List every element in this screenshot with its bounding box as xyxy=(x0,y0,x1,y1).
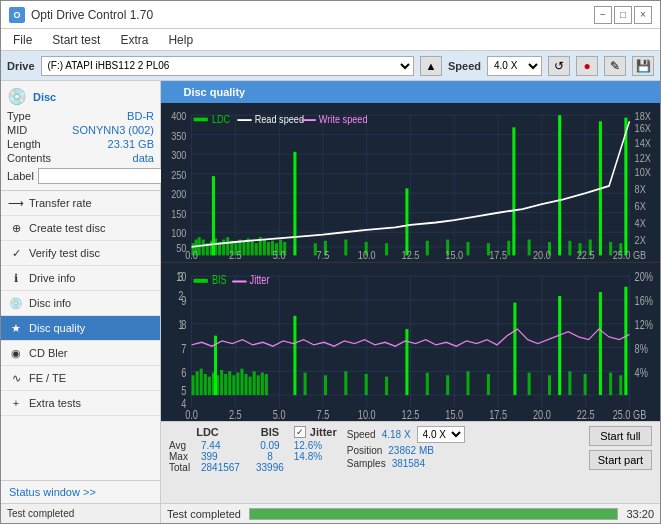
drive-info-icon: ℹ xyxy=(9,271,23,285)
close-button[interactable]: × xyxy=(634,6,652,24)
nav-section: ⟶ Transfer rate ⊕ Create test disc ✓ Ver… xyxy=(1,191,160,503)
status-window-link[interactable]: Status window >> xyxy=(1,480,160,503)
mid-val: SONYNN3 (002) xyxy=(72,124,154,136)
bis-stats: BIS 0.09 8 33996 xyxy=(256,426,284,473)
samples-label: Samples xyxy=(347,458,386,469)
svg-text:7: 7 xyxy=(181,341,186,354)
read-button[interactable]: ● xyxy=(576,56,598,76)
start-full-button[interactable]: Start full xyxy=(589,426,652,446)
speed-stat-select[interactable]: 4.0 X xyxy=(417,426,465,443)
bottom-status-text: Test completed xyxy=(167,508,241,520)
svg-rect-135 xyxy=(253,371,256,395)
svg-rect-120 xyxy=(192,375,195,395)
svg-rect-147 xyxy=(324,375,327,395)
svg-rect-23 xyxy=(202,240,205,256)
svg-text:22.5: 22.5 xyxy=(577,249,595,261)
menu-extra[interactable]: Extra xyxy=(116,31,152,49)
write-button[interactable]: ✎ xyxy=(604,56,626,76)
verify-test-disc-icon: ✓ xyxy=(9,246,23,260)
nav-extra-tests[interactable]: + Extra tests xyxy=(1,391,160,416)
nav-drive-info-label: Drive info xyxy=(29,272,75,284)
svg-text:8X: 8X xyxy=(635,183,646,195)
disc-info-icon: 💿 xyxy=(9,296,23,310)
svg-rect-136 xyxy=(257,375,260,395)
start-part-button[interactable]: Start part xyxy=(589,450,652,470)
nav-disc-info[interactable]: 💿 Disc info xyxy=(1,291,160,316)
chart-header: ● Disc quality xyxy=(161,81,660,103)
svg-rect-137 xyxy=(261,372,264,394)
top-chart: 400 350 300 250 200 150 100 50 18X 16X 1… xyxy=(161,103,660,263)
svg-rect-145 xyxy=(265,373,268,394)
svg-text:16%: 16% xyxy=(635,294,654,307)
ldc-stats: LDC Avg 7.44 Max 399 Total 2841567 xyxy=(169,426,246,473)
position-label: Position xyxy=(347,445,383,456)
svg-text:150: 150 xyxy=(171,208,187,220)
bottom-time: 33:20 xyxy=(626,508,654,520)
svg-rect-134 xyxy=(249,376,252,394)
refresh-button[interactable]: ↺ xyxy=(548,56,570,76)
svg-rect-141 xyxy=(513,302,516,394)
svg-text:25.0 GB: 25.0 GB xyxy=(613,407,647,420)
disc-section: 💿 Disc Type BD-R MID SONYNN3 (002) Lengt… xyxy=(1,81,160,191)
eject-button[interactable]: ▲ xyxy=(420,56,442,76)
save-button[interactable]: 💾 xyxy=(632,56,654,76)
app-title: Opti Drive Control 1.70 xyxy=(31,8,153,22)
type-key: Type xyxy=(7,110,31,122)
svg-rect-127 xyxy=(220,369,223,394)
svg-text:12%: 12% xyxy=(635,317,654,330)
drive-select[interactable]: (F:) ATAPI iHBS112 2 PL06 xyxy=(41,56,414,76)
nav-verify-test-disc-label: Verify test disc xyxy=(29,247,100,259)
bottom-bar: Test completed 33:20 xyxy=(161,503,660,523)
bottom-progress-fill xyxy=(250,509,617,519)
nav-disc-quality[interactable]: ★ Disc quality xyxy=(1,316,160,341)
jitter-checkbox[interactable]: ✓ xyxy=(294,426,306,438)
label-input[interactable] xyxy=(38,168,171,184)
max-label: Max xyxy=(169,451,197,462)
speed-select[interactable]: 4.0 X xyxy=(487,56,542,76)
nav-create-test-disc[interactable]: ⊕ Create test disc xyxy=(1,216,160,241)
svg-text:3: 3 xyxy=(178,270,183,283)
svg-rect-187 xyxy=(194,278,208,282)
nav-drive-info[interactable]: ℹ Drive info xyxy=(1,266,160,291)
chart-title: Disc quality xyxy=(183,86,245,98)
svg-text:400: 400 xyxy=(171,110,187,122)
nav-verify-test-disc[interactable]: ✓ Verify test disc xyxy=(1,241,160,266)
nav-transfer-rate-label: Transfer rate xyxy=(29,197,92,209)
nav-fe-te[interactable]: ∿ FE / TE xyxy=(1,366,160,391)
nav-transfer-rate[interactable]: ⟶ Transfer rate xyxy=(1,191,160,216)
minimize-button[interactable]: − xyxy=(594,6,612,24)
menu-start-test[interactable]: Start test xyxy=(48,31,104,49)
svg-text:20.0: 20.0 xyxy=(533,407,551,420)
jitter-stats: ✓ Jitter 12.6% 14.8% xyxy=(294,426,337,462)
svg-text:0.0: 0.0 xyxy=(185,249,198,261)
svg-rect-158 xyxy=(584,373,587,394)
svg-text:20%: 20% xyxy=(635,270,654,283)
svg-text:5.0: 5.0 xyxy=(273,407,286,420)
svg-text:Jitter: Jitter xyxy=(250,272,270,285)
fe-te-icon: ∿ xyxy=(9,371,23,385)
menu-help[interactable]: Help xyxy=(164,31,197,49)
svg-text:2: 2 xyxy=(178,288,183,301)
menu-file[interactable]: File xyxy=(9,31,36,49)
maximize-button[interactable]: □ xyxy=(614,6,632,24)
svg-text:12.5: 12.5 xyxy=(402,407,420,420)
svg-text:8%: 8% xyxy=(635,341,649,354)
total-label: Total xyxy=(169,462,197,473)
svg-rect-50 xyxy=(385,243,388,255)
speed-label: Speed xyxy=(448,60,481,72)
svg-rect-52 xyxy=(426,241,429,256)
svg-text:18X: 18X xyxy=(635,110,652,122)
svg-rect-153 xyxy=(467,371,470,395)
extra-tests-icon: + xyxy=(9,396,23,410)
disc-quality-icon: ★ xyxy=(9,321,23,335)
sidebar-status-text: Test completed xyxy=(7,508,74,519)
contents-val: data xyxy=(133,152,154,164)
svg-rect-58 xyxy=(528,240,531,256)
ldc-header: LDC xyxy=(196,426,219,438)
svg-text:350: 350 xyxy=(171,130,187,142)
nav-cd-bler[interactable]: ◉ CD Bler xyxy=(1,341,160,366)
svg-rect-35 xyxy=(251,241,254,256)
svg-text:6X: 6X xyxy=(635,201,646,213)
svg-rect-156 xyxy=(548,375,551,395)
svg-rect-54 xyxy=(467,242,470,255)
